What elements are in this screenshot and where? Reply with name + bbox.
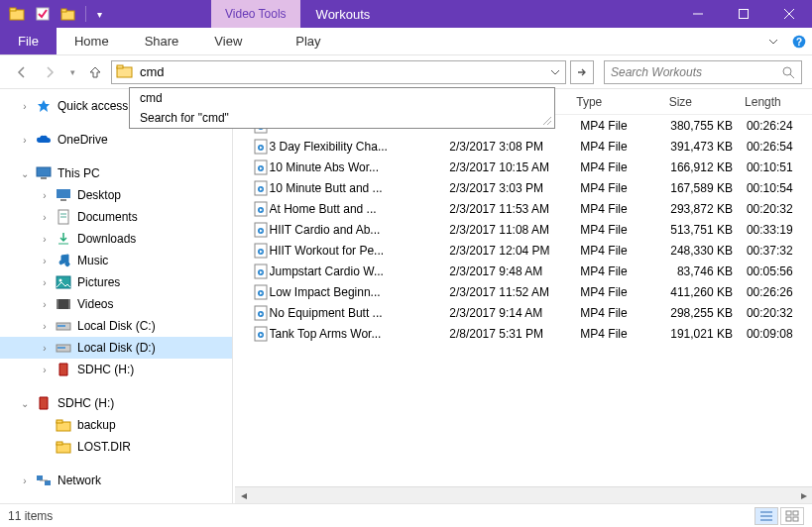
tree-item[interactable]: ›LOST.DIR xyxy=(0,436,232,458)
tab-home[interactable]: Home xyxy=(57,28,127,54)
file-row[interactable]: 10 Minute Abs Wor...2/3/2017 10:15 AMMP4… xyxy=(233,157,812,177)
tree-label: Network xyxy=(58,474,101,487)
file-row[interactable]: At Home Butt and ...2/3/2017 11:53 AMMP4… xyxy=(233,198,812,219)
forward-button[interactable] xyxy=(38,60,61,84)
tree-item[interactable]: ›Local Disk (D:) xyxy=(0,337,232,359)
file-date: 2/3/2017 9:14 AM xyxy=(449,306,580,320)
chevron-right-icon[interactable]: › xyxy=(40,277,50,288)
new-folder-icon[interactable] xyxy=(58,3,79,25)
file-length: 00:33:19 xyxy=(747,223,812,237)
tree-item[interactable]: ›SDHC (H:) xyxy=(0,359,232,380)
large-icons-view-button[interactable] xyxy=(780,507,804,525)
column-type[interactable]: Type xyxy=(576,95,668,109)
this-pc-icon xyxy=(36,165,52,181)
suggestion-item[interactable]: Search for "cmd" xyxy=(130,108,554,128)
chevron-right-icon[interactable]: › xyxy=(40,343,50,354)
file-type: MP4 File xyxy=(580,181,670,195)
quick-access-toolbar: ▾ xyxy=(0,0,112,28)
file-icon xyxy=(253,326,270,342)
file-type: MP4 File xyxy=(580,327,670,341)
chevron-right-icon[interactable]: › xyxy=(40,190,50,201)
navigation-pane[interactable]: › Quick access › OneDrive ⌄ This PC ›Des… xyxy=(0,89,233,503)
tree-item[interactable]: ›Pictures xyxy=(0,271,232,293)
file-row[interactable]: 3 Day Flexibility Cha...2/3/2017 3:08 PM… xyxy=(233,136,812,157)
tree-onedrive[interactable]: › OneDrive xyxy=(0,129,232,151)
up-button[interactable] xyxy=(83,60,107,84)
tree-item[interactable]: ›backup xyxy=(0,414,232,436)
file-row[interactable]: Jumpstart Cardio W...2/3/2017 9:48 AMMP4… xyxy=(233,261,812,281)
tree-item[interactable]: ›Desktop xyxy=(0,184,232,206)
resize-grip-icon[interactable] xyxy=(540,114,552,126)
tree-sdhc[interactable]: ⌄ SDHC (H:) xyxy=(0,392,232,414)
chevron-right-icon[interactable]: › xyxy=(40,299,50,310)
file-type: MP4 File xyxy=(580,306,670,320)
minimize-button[interactable] xyxy=(675,0,721,28)
details-view-button[interactable] xyxy=(754,507,778,525)
tree-item[interactable]: ›Documents xyxy=(0,206,232,228)
tree-this-pc[interactable]: ⌄ This PC xyxy=(0,162,232,184)
chevron-right-icon[interactable]: › xyxy=(40,234,50,245)
address-input[interactable] xyxy=(140,62,545,82)
tab-view[interactable]: View xyxy=(196,28,260,54)
file-length: 00:37:32 xyxy=(747,244,812,258)
chevron-right-icon[interactable]: › xyxy=(40,212,50,223)
svg-line-69 xyxy=(547,121,551,125)
file-length: 00:10:51 xyxy=(747,160,812,174)
chevron-right-icon[interactable]: › xyxy=(20,475,30,486)
chevron-down-icon[interactable]: ⌄ xyxy=(20,398,30,409)
file-row[interactable]: Low Impact Beginn...2/3/2017 11:52 AMMP4… xyxy=(233,281,812,302)
file-list-pane[interactable]: Name Date modified Type Size Length MP4 … xyxy=(233,89,812,503)
column-length[interactable]: Length xyxy=(745,95,812,109)
file-size: 391,473 KB xyxy=(670,140,747,154)
svg-rect-36 xyxy=(37,475,43,480)
tree-item[interactable]: ›Music xyxy=(0,250,232,271)
column-size[interactable]: Size xyxy=(669,95,745,109)
file-row[interactable]: HIIT Workout for Pe...2/3/2017 12:04 PMM… xyxy=(233,240,812,261)
tree-network[interactable]: › Network xyxy=(0,470,232,491)
tree-item[interactable]: ›Local Disk (C:) xyxy=(0,315,232,337)
scroll-right-icon[interactable]: ▸ xyxy=(795,487,812,504)
tab-share[interactable]: Share xyxy=(127,28,197,54)
file-name: 3 Day Flexibility Cha... xyxy=(270,140,450,154)
tab-play[interactable]: Play xyxy=(278,28,338,54)
horizontal-scrollbar[interactable]: ◂ ▸ xyxy=(235,486,812,503)
file-row[interactable]: No Equipment Butt ...2/3/2017 9:14 AMMP4… xyxy=(233,302,812,323)
tree-label: Pictures xyxy=(77,275,120,289)
qat-dropdown-icon[interactable]: ▾ xyxy=(92,3,106,25)
chevron-right-icon[interactable]: › xyxy=(20,101,30,112)
file-icon xyxy=(253,159,270,175)
file-row[interactable]: HIIT Cardio and Ab...2/3/2017 11:08 AMMP… xyxy=(233,219,812,240)
file-size: 298,255 KB xyxy=(670,306,747,320)
maximize-button[interactable] xyxy=(721,0,766,28)
address-bar[interactable] xyxy=(111,60,566,84)
close-button[interactable] xyxy=(766,0,812,28)
suggestion-item[interactable]: cmd xyxy=(130,88,554,108)
svg-rect-18 xyxy=(60,199,66,201)
recent-locations-icon[interactable]: ▾ xyxy=(65,60,79,84)
chevron-right-icon[interactable]: › xyxy=(40,256,50,266)
address-dropdown-icon[interactable] xyxy=(545,67,565,77)
tree-item[interactable]: ›Videos xyxy=(0,293,232,315)
properties-icon[interactable] xyxy=(32,3,54,25)
chevron-right-icon[interactable]: › xyxy=(40,321,50,332)
help-icon[interactable]: ? xyxy=(786,28,812,54)
chevron-right-icon[interactable]: › xyxy=(20,135,30,146)
chevron-down-icon[interactable]: ⌄ xyxy=(20,168,30,179)
tree-item[interactable]: ›Downloads xyxy=(0,228,232,250)
svg-rect-15 xyxy=(37,167,51,176)
svg-rect-27 xyxy=(68,299,70,309)
svg-rect-29 xyxy=(58,325,65,327)
scroll-left-icon[interactable]: ◂ xyxy=(235,487,252,504)
file-type: MP4 File xyxy=(580,244,670,258)
search-icon xyxy=(781,65,795,79)
go-button[interactable] xyxy=(570,60,594,84)
file-row[interactable]: Tank Top Arms Wor...2/8/2017 5:31 PMMP4 … xyxy=(233,323,812,344)
file-row[interactable]: 10 Minute Butt and ...2/3/2017 3:03 PMMP… xyxy=(233,177,812,198)
search-box[interactable]: Search Workouts xyxy=(604,60,802,84)
back-button[interactable] xyxy=(10,60,34,84)
ribbon-expand-icon[interactable] xyxy=(760,28,786,54)
file-tab[interactable]: File xyxy=(0,28,57,54)
file-name: No Equipment Butt ... xyxy=(270,306,450,320)
chevron-right-icon[interactable]: › xyxy=(40,365,50,375)
file-date: 2/3/2017 9:48 AM xyxy=(449,264,580,278)
